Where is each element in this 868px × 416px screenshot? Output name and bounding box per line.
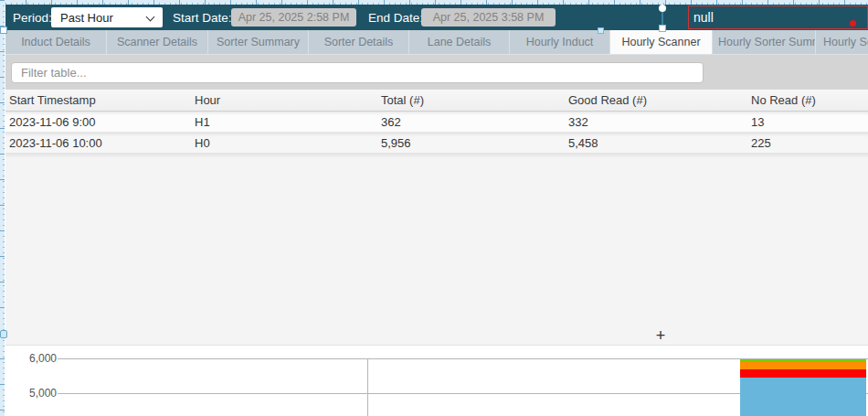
cell-start-timestamp: 2023-11-06 9:00: [9, 115, 195, 129]
tab-lane-details[interactable]: Lane Details: [409, 30, 510, 54]
tab-sorter-details[interactable]: Sorter Details: [309, 30, 409, 54]
tab-bar: Induct Details Scanner Details Sorter Su…: [5, 30, 868, 55]
null-overlay-value: null: [693, 10, 714, 25]
ruler-marker-handle[interactable]: [0, 330, 7, 338]
column-header-hour[interactable]: Hour: [195, 93, 381, 107]
tab-hourly-sorter[interactable]: Hourly Sort: [816, 30, 868, 54]
table-header-row: Start Timestamp Hour Total (#) Good Read…: [5, 89, 868, 112]
cell-hour: H1: [195, 115, 381, 129]
end-date-input[interactable]: Apr 25, 2025 3:58 PM: [421, 8, 556, 27]
start-date-label: Start Date:: [173, 11, 232, 25]
cell-hour: H0: [195, 136, 381, 150]
chevron-down-icon: [146, 13, 155, 22]
period-select[interactable]: Past Hour: [51, 7, 163, 27]
tab-scanner-details[interactable]: Scanner Details: [107, 30, 208, 54]
y-axis-tick-label: 5,000: [15, 387, 57, 400]
tab-sorter-summary[interactable]: Sorter Summary: [208, 30, 309, 54]
column-header-start-timestamp[interactable]: Start Timestamp: [9, 93, 195, 107]
record-dot-icon: [850, 20, 856, 27]
end-date-label: End Date:: [368, 11, 423, 25]
selection-circle-handle[interactable]: [659, 5, 666, 12]
toolbar: Period: Past Hour Start Date: Apr 25, 20…: [5, 5, 868, 30]
table-row[interactable]: 2023-11-06 10:00 H0 5,956 5,458 225: [5, 133, 868, 154]
column-header-total[interactable]: Total (#): [381, 93, 568, 107]
cell-no-read: 13: [751, 115, 868, 129]
cell-no-read: 225: [751, 136, 868, 150]
tab-hourly-induct[interactable]: Hourly Induct: [510, 30, 610, 54]
tab-selection-handle[interactable]: [598, 27, 604, 34]
tab-hourly-scanner[interactable]: Hourly Scanner: [610, 30, 713, 54]
filter-bar: [5, 55, 868, 89]
null-overlay-field[interactable]: null: [688, 5, 868, 29]
left-edge-handle[interactable]: [0, 27, 7, 34]
tab-hourly-sorter-summary[interactable]: Hourly Sorter Summar: [713, 30, 816, 54]
vertical-gridline: [367, 358, 368, 416]
vertical-ruler: [0, 0, 5, 416]
cell-good-read: 332: [568, 115, 751, 129]
start-date-input[interactable]: Apr 25, 2025 2:58 PM: [231, 8, 356, 27]
tab-induct-details[interactable]: Induct Details: [5, 30, 107, 54]
cell-total: 362: [381, 115, 568, 129]
cell-good-read: 5,458: [568, 136, 751, 150]
period-label: Period:: [13, 11, 52, 25]
stacked-bar: [740, 359, 866, 416]
column-header-no-read[interactable]: No Read (#): [751, 93, 868, 107]
horizontal-ruler: [0, 0, 868, 5]
selection-square-handle[interactable]: [659, 25, 666, 32]
add-widget-button[interactable]: +: [651, 326, 671, 345]
cell-total: 5,956: [381, 136, 568, 150]
bar-segment-orange: [740, 361, 866, 369]
column-header-good-read[interactable]: Good Read (#): [568, 93, 751, 107]
table-row[interactable]: 2023-11-06 9:00 H1 362 332 13: [5, 112, 868, 133]
filter-table-input[interactable]: [11, 62, 704, 83]
bar-segment-blue: [740, 378, 866, 416]
period-select-value: Past Hour: [60, 11, 113, 25]
hourly-scanner-chart: 6,000 5,000: [5, 346, 868, 416]
bar-segment-red: [740, 369, 866, 378]
table-empty-area: [5, 154, 868, 346]
y-axis-tick-label: 6,000: [15, 352, 57, 365]
cell-start-timestamp: 2023-11-06 10:00: [9, 136, 195, 150]
